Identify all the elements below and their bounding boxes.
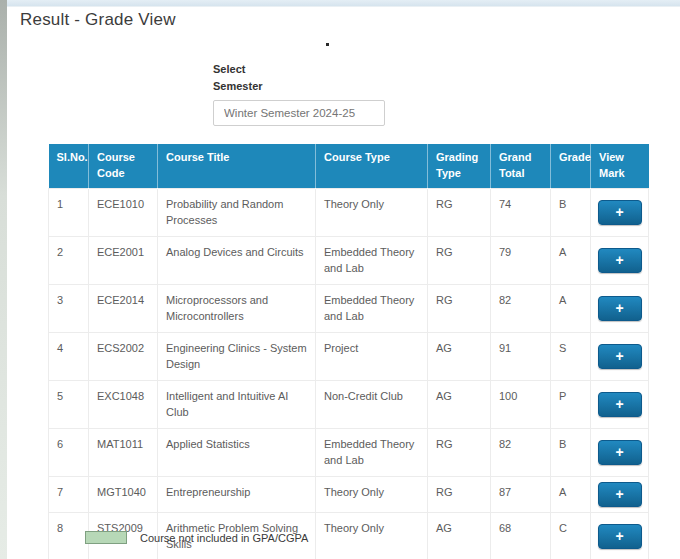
cell-course-type: Embedded Theory and Lab xyxy=(316,428,428,476)
column-header-slno: Sl.No. xyxy=(49,144,89,188)
view-mark-button[interactable]: + xyxy=(598,392,642,417)
cell-view-mark: + xyxy=(591,512,649,559)
cell-view-mark: + xyxy=(591,284,649,332)
grades-table: Sl.No. Course Code Course Title Course T… xyxy=(48,144,649,559)
cell-course-title: Intelligent and Intuitive AI Club xyxy=(158,380,316,428)
cell-grading-type: RG xyxy=(428,428,491,476)
plus-icon: + xyxy=(615,445,623,459)
column-header-course-title: Course Title xyxy=(158,144,316,188)
cell-slno: 3 xyxy=(49,284,89,332)
cell-grade: P xyxy=(551,380,591,428)
view-mark-button[interactable]: + xyxy=(598,296,642,321)
cell-course-title: Probability and Random Processes xyxy=(158,188,316,236)
cell-grand-total: 68 xyxy=(491,512,551,559)
cell-grand-total: 79 xyxy=(491,236,551,284)
plus-icon: + xyxy=(615,253,623,267)
cell-grading-type: RG xyxy=(428,476,491,512)
cell-grading-type: AG xyxy=(428,380,491,428)
legend-swatch xyxy=(85,531,127,544)
legend: Course not included in GPA/CGPA xyxy=(85,531,308,544)
view-mark-button[interactable]: + xyxy=(598,248,642,273)
view-mark-button[interactable]: + xyxy=(598,482,642,507)
cell-slno: 1 xyxy=(49,188,89,236)
cell-grand-total: 100 xyxy=(491,380,551,428)
cell-course-title: Microprocessors and Microcontrollers xyxy=(158,284,316,332)
cell-course-title: Analog Devices and Circuits xyxy=(158,236,316,284)
view-mark-button[interactable]: + xyxy=(598,440,642,465)
stray-dot xyxy=(326,43,329,46)
column-header-course-code: Course Code xyxy=(89,144,158,188)
cell-grade: B xyxy=(551,188,591,236)
cell-course-code: ECE2001 xyxy=(89,236,158,284)
cell-slno: 6 xyxy=(49,428,89,476)
cell-grand-total: 91 xyxy=(491,332,551,380)
cell-grade: C xyxy=(551,512,591,559)
cell-course-code: ECE2014 xyxy=(89,284,158,332)
cell-grand-total: 74 xyxy=(491,188,551,236)
cell-course-code: ECS2002 xyxy=(89,332,158,380)
cell-grade: B xyxy=(551,428,591,476)
table-row: 7 MGT1040 Entrepreneurship Theory Only R… xyxy=(49,476,649,512)
page-title: Result - Grade View xyxy=(20,10,176,30)
cell-course-type: Theory Only xyxy=(316,476,428,512)
cell-grading-type: RG xyxy=(428,188,491,236)
plus-icon: + xyxy=(615,487,623,501)
table-row: 2 ECE2001 Analog Devices and Circuits Em… xyxy=(49,236,649,284)
cell-grade: A xyxy=(551,236,591,284)
table-row: 1 ECE1010 Probability and Random Process… xyxy=(49,188,649,236)
semester-form-group: Select Semester xyxy=(213,61,393,126)
cell-course-code: ECE1010 xyxy=(89,188,158,236)
cell-course-code: MGT1040 xyxy=(89,476,158,512)
cell-grading-type: AG xyxy=(428,332,491,380)
cell-view-mark: + xyxy=(591,332,649,380)
table-row: 5 EXC1048 Intelligent and Intuitive AI C… xyxy=(49,380,649,428)
cell-view-mark: + xyxy=(591,380,649,428)
top-strip xyxy=(0,0,680,7)
left-scrollbar xyxy=(0,0,7,559)
column-header-view-mark: View Mark xyxy=(591,144,649,188)
cell-grade: A xyxy=(551,476,591,512)
cell-grading-type: AG xyxy=(428,512,491,559)
table-row: 3 ECE2014 Microprocessors and Microcontr… xyxy=(49,284,649,332)
cell-course-type: Non-Credit Club xyxy=(316,380,428,428)
cell-course-title: Engineering Clinics - System Design xyxy=(158,332,316,380)
legend-text: Course not included in GPA/CGPA xyxy=(140,532,308,544)
cell-slno: 4 xyxy=(49,332,89,380)
column-header-grand-total: Grand Total xyxy=(491,144,551,188)
cell-slno: 7 xyxy=(49,476,89,512)
plus-icon: + xyxy=(615,301,623,315)
table-row: 4 ECS2002 Engineering Clinics - System D… xyxy=(49,332,649,380)
column-header-grade: Grade xyxy=(551,144,591,188)
column-header-course-type: Course Type xyxy=(316,144,428,188)
cell-course-title: Applied Statistics xyxy=(158,428,316,476)
plus-icon: + xyxy=(615,397,623,411)
cell-slno: 8 xyxy=(49,512,89,559)
cell-grand-total: 87 xyxy=(491,476,551,512)
cell-grand-total: 82 xyxy=(491,428,551,476)
view-mark-button[interactable]: + xyxy=(598,200,642,225)
cell-grading-type: RG xyxy=(428,284,491,332)
view-mark-button[interactable]: + xyxy=(598,524,642,549)
cell-course-type: Theory Only xyxy=(316,512,428,559)
cell-grade: A xyxy=(551,284,591,332)
view-mark-button[interactable]: + xyxy=(598,344,642,369)
cell-course-code: EXC1048 xyxy=(89,380,158,428)
cell-course-type: Project xyxy=(316,332,428,380)
cell-slno: 2 xyxy=(49,236,89,284)
semester-select[interactable] xyxy=(213,100,385,126)
cell-view-mark: + xyxy=(591,236,649,284)
semester-label: Select Semester xyxy=(213,61,283,94)
cell-slno: 5 xyxy=(49,380,89,428)
column-header-grading-type: Grading Type xyxy=(428,144,491,188)
cell-grading-type: RG xyxy=(428,236,491,284)
cell-course-type: Embedded Theory and Lab xyxy=(316,284,428,332)
cell-view-mark: + xyxy=(591,428,649,476)
plus-icon: + xyxy=(615,205,623,219)
cell-course-type: Theory Only xyxy=(316,188,428,236)
cell-view-mark: + xyxy=(591,476,649,512)
cell-course-type: Embedded Theory and Lab xyxy=(316,236,428,284)
cell-grand-total: 82 xyxy=(491,284,551,332)
cell-course-code: MAT1011 xyxy=(89,428,158,476)
plus-icon: + xyxy=(615,529,623,543)
table-header: Sl.No. Course Code Course Title Course T… xyxy=(49,144,649,188)
